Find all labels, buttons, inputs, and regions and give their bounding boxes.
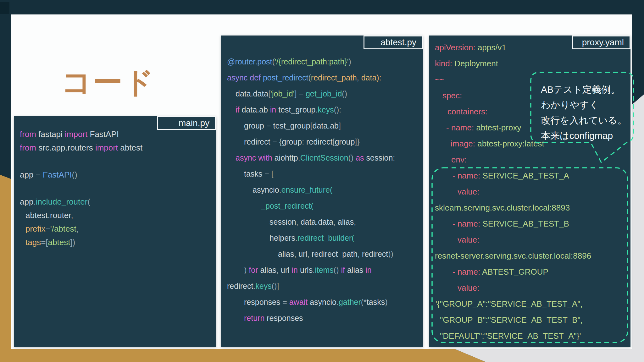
slide-page: コード from fastapi import FastAPIfrom src.… — [0, 0, 644, 362]
tab-abtest-py: abtest.py — [364, 36, 423, 49]
bubble-line: ABテスト定義例。 — [541, 82, 632, 97]
tab-proxy-yaml: proxy.yaml — [572, 36, 630, 49]
page-title: コード — [61, 66, 155, 98]
code-area-abtest-py: @router.post('/{redirect_path:path}')asy… — [221, 36, 423, 347]
code-area-main-py: from fastapi import FastAPIfrom src.app.… — [14, 116, 216, 347]
code-panel-abtest-py: @router.post('/{redirect_path:path}')asy… — [221, 36, 423, 347]
bubble-line: わかりやすく — [541, 97, 632, 112]
annotation-bubble-text: ABテスト定義例。 わかりやすく 改行を入れている。 本来はconfigmap — [541, 82, 632, 143]
bubble-line: 改行を入れている。 — [541, 112, 632, 128]
tab-main-py: main.py — [157, 116, 216, 130]
top-left-artifact — [0, 2, 9, 14]
code-panel-main-py: from fastapi import FastAPIfrom src.app.… — [14, 116, 216, 347]
bubble-line: 本来はconfigmap — [541, 128, 632, 143]
